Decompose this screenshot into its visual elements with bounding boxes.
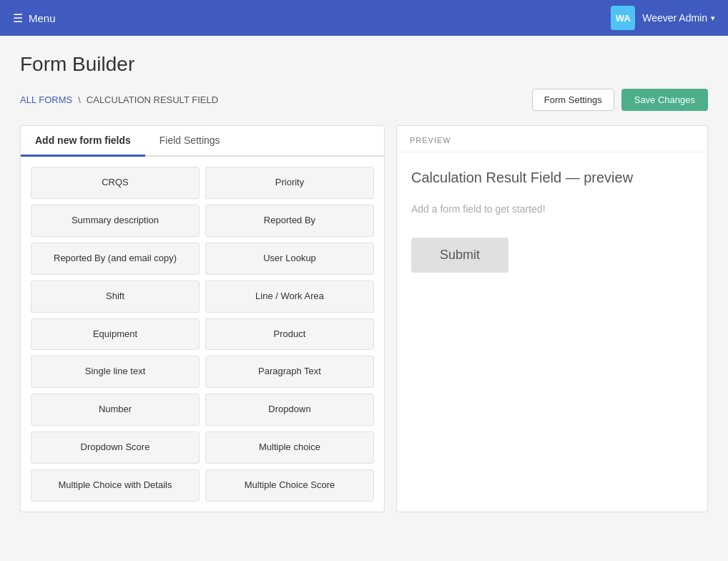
field-reported-by[interactable]: Reported By xyxy=(205,205,374,237)
field-user-lookup[interactable]: User Lookup xyxy=(205,243,374,275)
preview-submit-button[interactable]: Submit xyxy=(411,238,508,273)
menu-label: Menu xyxy=(29,12,56,24)
admin-name: Weever Admin ▾ xyxy=(642,12,715,24)
breadcrumb-actions: Form Settings Save Changes xyxy=(532,89,708,111)
left-panel: Add new form fields Field Settings CRQS … xyxy=(20,125,385,512)
preview-label: PREVIEW xyxy=(397,126,707,152)
field-product[interactable]: Product xyxy=(205,318,374,351)
nav-menu[interactable]: ☰ Menu xyxy=(13,11,56,25)
breadcrumb: ALL FORMS \ CALCULATION RESULT FIELD xyxy=(20,94,218,105)
field-equipment[interactable]: Equipment xyxy=(31,318,200,351)
panels: Add new form fields Field Settings CRQS … xyxy=(20,125,708,512)
field-multiple-choice[interactable]: Multiple choice xyxy=(205,431,374,464)
fields-grid: CRQS Priority Summary description Report… xyxy=(21,157,384,512)
breadcrumb-separator: \ xyxy=(78,94,81,105)
field-multiple-choice-with-details[interactable]: Multiple Choice with Details xyxy=(31,469,200,502)
preview-title: Calculation Result Field — preview xyxy=(411,170,693,186)
form-settings-button[interactable]: Form Settings xyxy=(532,89,614,111)
field-dropdown-score[interactable]: Dropdown Score xyxy=(31,431,200,464)
field-single-line-text[interactable]: Single line text xyxy=(31,356,200,388)
field-reported-by-email[interactable]: Reported By (and email copy) xyxy=(31,243,200,275)
field-priority[interactable]: Priority xyxy=(205,167,374,199)
preview-body: Calculation Result Field — preview Add a… xyxy=(397,152,707,290)
nav-right: WA Weever Admin ▾ xyxy=(611,6,715,30)
field-paragraph-text[interactable]: Paragraph Text xyxy=(205,356,374,388)
field-crqs[interactable]: CRQS xyxy=(31,167,200,199)
breadcrumb-bar: ALL FORMS \ CALCULATION RESULT FIELD For… xyxy=(20,89,708,111)
field-line-work-area[interactable]: Line / Work Area xyxy=(205,280,374,313)
preview-empty-message: Add a form field to get started! xyxy=(411,203,693,215)
main-content: Form Builder ALL FORMS \ CALCULATION RES… xyxy=(0,36,728,530)
field-summary-description[interactable]: Summary description xyxy=(31,205,200,237)
page-title: Form Builder xyxy=(20,53,708,76)
navbar: ☰ Menu WA Weever Admin ▾ xyxy=(0,0,728,36)
field-dropdown[interactable]: Dropdown xyxy=(205,394,374,426)
avatar: WA xyxy=(611,6,635,30)
field-multiple-choice-score[interactable]: Multiple Choice Score xyxy=(205,469,374,502)
tab-field-settings[interactable]: Field Settings xyxy=(145,126,235,157)
field-number[interactable]: Number xyxy=(31,394,200,426)
right-panel: PREVIEW Calculation Result Field — previ… xyxy=(396,125,708,512)
breadcrumb-current: CALCULATION RESULT FIELD xyxy=(87,94,218,105)
save-changes-button[interactable]: Save Changes xyxy=(621,89,708,111)
tabs: Add new form fields Field Settings xyxy=(21,126,384,157)
tab-add-fields[interactable]: Add new form fields xyxy=(21,126,145,157)
breadcrumb-link[interactable]: ALL FORMS xyxy=(20,94,72,105)
caret-icon: ▾ xyxy=(711,14,715,23)
field-shift[interactable]: Shift xyxy=(31,280,200,313)
hamburger-icon: ☰ xyxy=(13,11,23,25)
